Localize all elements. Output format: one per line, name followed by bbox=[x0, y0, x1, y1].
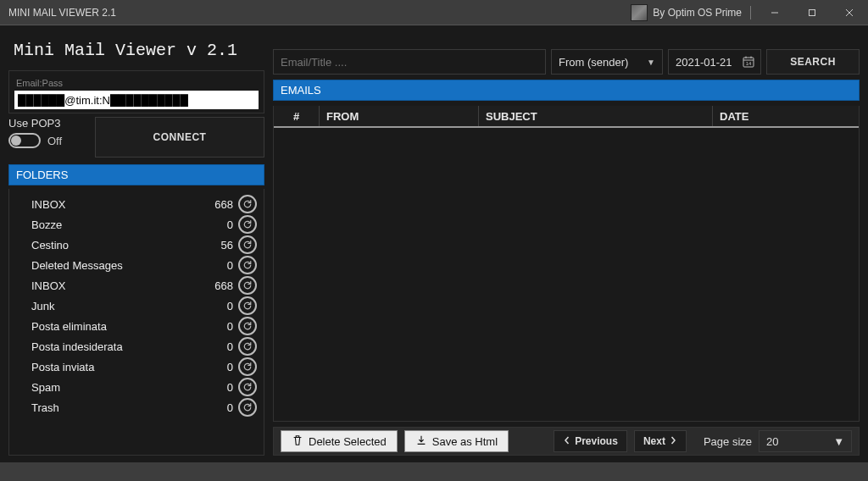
maximize-button[interactable] bbox=[793, 0, 831, 25]
pop3-state: Off bbox=[47, 135, 62, 147]
folder-row[interactable]: INBOX668 bbox=[13, 275, 260, 296]
page-size-value: 20 bbox=[766, 435, 778, 448]
pop3-toggle[interactable] bbox=[8, 133, 41, 148]
col-number[interactable]: # bbox=[274, 106, 320, 126]
folder-row[interactable]: INBOX668 bbox=[13, 194, 260, 214]
chevron-down-icon: ▼ bbox=[647, 58, 655, 67]
calendar-icon: 14 bbox=[742, 55, 755, 69]
status-strip bbox=[0, 462, 868, 481]
delete-selected-button[interactable]: Delete Selected bbox=[281, 430, 398, 452]
titlebar: MINI MAIL VIEWER 2.1 By Optim OS Prime bbox=[0, 0, 868, 25]
previous-button[interactable]: Previous bbox=[554, 430, 627, 452]
folder-count: 0 bbox=[201, 300, 238, 312]
folder-row[interactable]: Junk0 bbox=[13, 296, 260, 316]
save-html-label: Save as Html bbox=[432, 435, 498, 448]
chevron-right-icon bbox=[669, 435, 677, 447]
right-panel: From (sender) ▼ 2021-01-21 14 SEARCH EMA… bbox=[271, 25, 868, 462]
refresh-icon[interactable] bbox=[238, 357, 257, 376]
chevron-down-icon: ▼ bbox=[833, 435, 844, 448]
folder-count: 668 bbox=[201, 198, 238, 211]
search-date-value: 2021-01-21 bbox=[676, 56, 732, 69]
refresh-icon[interactable] bbox=[238, 276, 257, 295]
window-title: MINI MAIL VIEWER 2.1 bbox=[8, 7, 116, 19]
app-heading: Mini Mail Viewer v 2.1 bbox=[8, 32, 264, 67]
folder-row[interactable]: Deleted Messages0 bbox=[13, 255, 260, 275]
page-size-select[interactable]: 20 ▼ bbox=[759, 430, 852, 452]
folders-header: FOLDERS bbox=[8, 164, 264, 185]
minimize-button[interactable] bbox=[756, 0, 793, 25]
pop3-group: Use POP3 Off bbox=[8, 117, 90, 158]
folder-count: 0 bbox=[201, 218, 238, 231]
refresh-icon[interactable] bbox=[238, 378, 257, 396]
refresh-icon[interactable] bbox=[238, 317, 257, 335]
save-html-button[interactable]: Save as Html bbox=[404, 430, 509, 452]
refresh-icon[interactable] bbox=[238, 337, 257, 356]
col-from[interactable]: FROM bbox=[320, 106, 479, 126]
previous-label: Previous bbox=[575, 435, 618, 447]
search-input[interactable] bbox=[273, 49, 546, 75]
folder-name: Junk bbox=[31, 300, 201, 312]
refresh-icon[interactable] bbox=[238, 256, 257, 274]
chevron-left-icon bbox=[563, 435, 571, 447]
folder-list: INBOX668Bozze0Cestino56Deleted Messages0… bbox=[8, 189, 264, 456]
trash-icon bbox=[292, 434, 303, 449]
folder-name: Posta eliminata bbox=[31, 320, 201, 333]
folder-row[interactable]: Spam0 bbox=[13, 377, 260, 397]
grid-footer: Delete Selected Save as Html Previous Ne… bbox=[273, 427, 860, 456]
refresh-icon[interactable] bbox=[238, 235, 257, 254]
author-text: By Optim OS Prime bbox=[653, 7, 742, 19]
folder-name: Bozze bbox=[31, 218, 201, 231]
folder-name: Cestino bbox=[31, 239, 201, 252]
col-date[interactable]: DATE bbox=[713, 106, 859, 126]
search-mode-value: From (sender) bbox=[559, 56, 628, 69]
close-button[interactable] bbox=[831, 0, 868, 25]
next-button[interactable]: Next bbox=[634, 430, 687, 452]
folder-row[interactable]: Cestino56 bbox=[13, 235, 260, 255]
emails-header: EMAILS bbox=[273, 80, 860, 101]
download-icon bbox=[415, 434, 427, 449]
emails-grid: # FROM SUBJECT DATE bbox=[273, 106, 860, 422]
credentials-fieldset: Email:Pass bbox=[8, 70, 264, 113]
folder-name: Posta indesiderata bbox=[31, 340, 201, 353]
folder-count: 0 bbox=[201, 340, 238, 353]
connect-button[interactable]: CONNECT bbox=[95, 117, 264, 158]
folder-name: Deleted Messages bbox=[31, 259, 201, 272]
credentials-input[interactable] bbox=[14, 91, 259, 109]
folder-count: 0 bbox=[201, 259, 238, 272]
search-button[interactable]: SEARCH bbox=[766, 49, 860, 75]
folder-row[interactable]: Trash0 bbox=[13, 397, 260, 417]
folder-row[interactable]: Posta inviata0 bbox=[13, 357, 260, 377]
search-mode-dropdown[interactable]: From (sender) ▼ bbox=[551, 49, 663, 75]
column-headers: # FROM SUBJECT DATE bbox=[274, 106, 859, 128]
next-label: Next bbox=[643, 435, 665, 447]
pop3-label: Use POP3 bbox=[8, 117, 90, 130]
folder-count: 0 bbox=[201, 381, 238, 394]
folder-row[interactable]: Posta indesiderata0 bbox=[13, 336, 260, 357]
refresh-icon[interactable] bbox=[238, 398, 257, 417]
folder-count: 0 bbox=[201, 320, 238, 333]
credentials-legend: Email:Pass bbox=[14, 78, 64, 88]
author-badge: By Optim OS Prime bbox=[631, 4, 742, 21]
folder-name: INBOX bbox=[31, 279, 201, 292]
folder-name: Posta inviata bbox=[31, 361, 201, 373]
author-avatar bbox=[631, 4, 648, 21]
svg-rect-1 bbox=[810, 9, 815, 15]
search-date-field[interactable]: 2021-01-21 14 bbox=[668, 49, 761, 75]
folder-name: Trash bbox=[31, 401, 201, 414]
refresh-icon[interactable] bbox=[238, 195, 257, 213]
col-subject[interactable]: SUBJECT bbox=[479, 106, 713, 126]
folder-count: 56 bbox=[201, 239, 238, 252]
folder-row[interactable]: Bozze0 bbox=[13, 214, 260, 235]
refresh-icon[interactable] bbox=[238, 296, 257, 315]
folder-row[interactable]: Posta eliminata0 bbox=[13, 316, 260, 336]
folder-name: INBOX bbox=[31, 198, 201, 211]
delete-selected-label: Delete Selected bbox=[309, 435, 387, 448]
folder-count: 0 bbox=[201, 361, 238, 373]
folder-count: 668 bbox=[201, 279, 238, 292]
left-panel: Mini Mail Viewer v 2.1 Email:Pass Use PO… bbox=[0, 25, 271, 462]
svg-text:14: 14 bbox=[746, 61, 752, 66]
folder-name: Spam bbox=[31, 381, 201, 394]
page-size-label: Page size bbox=[704, 435, 752, 448]
grid-body bbox=[274, 128, 859, 421]
refresh-icon[interactable] bbox=[238, 215, 257, 234]
